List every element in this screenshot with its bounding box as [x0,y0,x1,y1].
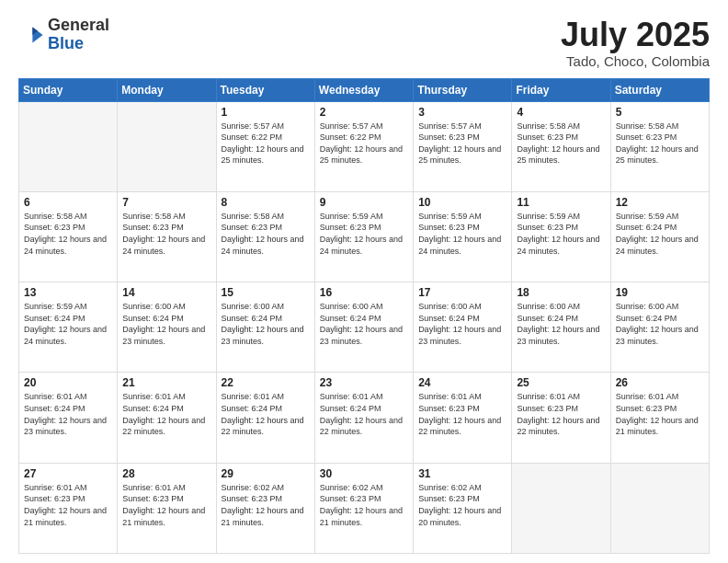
day-info: Sunrise: 6:01 AMSunset: 6:23 PMDaylight:… [616,391,704,437]
calendar-cell: 25Sunrise: 6:01 AMSunset: 6:23 PMDayligh… [512,373,610,463]
day-number: 23 [320,376,408,389]
day-info: Sunrise: 5:59 AMSunset: 6:23 PMDaylight:… [517,211,605,257]
day-number: 15 [222,286,310,299]
day-number: 4 [517,106,605,119]
day-number: 14 [122,286,210,299]
day-info: Sunrise: 6:01 AMSunset: 6:24 PMDaylight:… [222,391,310,437]
calendar-cell: 3Sunrise: 5:57 AMSunset: 6:23 PMDaylight… [414,101,512,191]
day-info: Sunrise: 5:57 AMSunset: 6:22 PMDaylight:… [222,121,310,167]
day-number: 12 [616,196,704,209]
day-number: 2 [320,106,408,119]
day-number: 3 [418,106,506,119]
day-number: 27 [24,467,112,480]
day-number: 22 [222,376,310,389]
day-info: Sunrise: 6:02 AMSunset: 6:23 PMDaylight:… [222,482,310,528]
calendar-cell [19,101,118,191]
day-number: 5 [616,106,704,119]
day-info: Sunrise: 6:00 AMSunset: 6:24 PMDaylight:… [222,301,310,347]
header: General Blue July 2025 Tado, Choco, Colo… [18,17,710,69]
calendar-body: 1Sunrise: 5:57 AMSunset: 6:22 PMDaylight… [19,101,710,553]
calendar-cell: 11Sunrise: 5:59 AMSunset: 6:23 PMDayligh… [512,191,610,282]
day-info: Sunrise: 5:59 AMSunset: 6:23 PMDaylight:… [320,211,408,257]
calendar-cell: 28Sunrise: 6:01 AMSunset: 6:23 PMDayligh… [118,463,216,553]
calendar-cell: 15Sunrise: 6:00 AMSunset: 6:24 PMDayligh… [216,282,314,373]
calendar-cell: 7Sunrise: 5:58 AMSunset: 6:23 PMDaylight… [118,191,216,282]
day-info: Sunrise: 6:01 AMSunset: 6:23 PMDaylight:… [24,482,112,528]
calendar-cell: 2Sunrise: 5:57 AMSunset: 6:22 PMDaylight… [314,101,413,191]
weekday-header-cell: Tuesday [216,78,314,101]
calendar-cell: 17Sunrise: 6:00 AMSunset: 6:24 PMDayligh… [414,282,512,373]
calendar-cell: 9Sunrise: 5:59 AMSunset: 6:23 PMDaylight… [314,191,413,282]
day-number: 7 [122,196,210,209]
calendar-cell: 31Sunrise: 6:02 AMSunset: 6:23 PMDayligh… [414,463,512,553]
calendar: SundayMondayTuesdayWednesdayThursdayFrid… [18,78,710,554]
day-number: 10 [418,196,506,209]
calendar-cell: 18Sunrise: 6:00 AMSunset: 6:24 PMDayligh… [512,282,610,373]
day-number: 8 [222,196,310,209]
day-number: 24 [418,376,506,389]
calendar-cell: 27Sunrise: 6:01 AMSunset: 6:23 PMDayligh… [19,463,118,553]
weekday-header-cell: Monday [118,78,216,101]
day-info: Sunrise: 6:00 AMSunset: 6:24 PMDaylight:… [418,301,506,347]
day-number: 13 [24,286,112,299]
day-number: 6 [24,196,112,209]
day-number: 11 [517,196,605,209]
day-info: Sunrise: 6:01 AMSunset: 6:24 PMDaylight:… [320,391,408,437]
day-info: Sunrise: 5:59 AMSunset: 6:24 PMDaylight:… [616,211,704,257]
calendar-cell: 4Sunrise: 5:58 AMSunset: 6:23 PMDaylight… [512,101,610,191]
calendar-cell: 26Sunrise: 6:01 AMSunset: 6:23 PMDayligh… [610,373,709,463]
day-info: Sunrise: 5:58 AMSunset: 6:23 PMDaylight:… [222,211,310,257]
day-info: Sunrise: 6:00 AMSunset: 6:24 PMDaylight:… [320,301,408,347]
day-info: Sunrise: 5:59 AMSunset: 6:24 PMDaylight:… [24,301,112,347]
weekday-header-cell: Wednesday [314,78,413,101]
calendar-cell: 21Sunrise: 6:01 AMSunset: 6:24 PMDayligh… [118,373,216,463]
title-month: July 2025 [561,17,710,53]
calendar-cell: 5Sunrise: 5:58 AMSunset: 6:23 PMDaylight… [610,101,709,191]
logo-icon [18,22,44,48]
title-block: July 2025 Tado, Choco, Colombia [561,17,710,69]
calendar-week: 27Sunrise: 6:01 AMSunset: 6:23 PMDayligh… [19,463,710,553]
day-number: 20 [24,376,112,389]
day-number: 26 [616,376,704,389]
calendar-cell [610,463,709,553]
logo-text: General Blue [48,17,109,53]
day-number: 1 [222,106,310,119]
day-info: Sunrise: 5:58 AMSunset: 6:23 PMDaylight:… [517,121,605,167]
day-number: 28 [122,467,210,480]
page: General Blue July 2025 Tado, Choco, Colo… [0,0,728,563]
day-info: Sunrise: 6:00 AMSunset: 6:24 PMDaylight:… [517,301,605,347]
day-info: Sunrise: 5:58 AMSunset: 6:23 PMDaylight:… [616,121,704,167]
day-info: Sunrise: 5:57 AMSunset: 6:22 PMDaylight:… [320,121,408,167]
day-number: 18 [517,286,605,299]
weekday-header-cell: Thursday [414,78,512,101]
calendar-cell: 23Sunrise: 6:01 AMSunset: 6:24 PMDayligh… [314,373,413,463]
weekday-header-cell: Saturday [610,78,709,101]
weekday-header: SundayMondayTuesdayWednesdayThursdayFrid… [19,78,710,101]
calendar-week: 20Sunrise: 6:01 AMSunset: 6:24 PMDayligh… [19,373,710,463]
day-info: Sunrise: 6:01 AMSunset: 6:23 PMDaylight:… [122,482,210,528]
day-info: Sunrise: 6:01 AMSunset: 6:24 PMDaylight:… [122,391,210,437]
logo-general: General [48,17,109,35]
logo: General Blue [18,17,109,53]
calendar-cell: 22Sunrise: 6:01 AMSunset: 6:24 PMDayligh… [216,373,314,463]
calendar-cell: 20Sunrise: 6:01 AMSunset: 6:24 PMDayligh… [19,373,118,463]
day-info: Sunrise: 6:01 AMSunset: 6:23 PMDaylight:… [418,391,506,437]
calendar-cell: 16Sunrise: 6:00 AMSunset: 6:24 PMDayligh… [314,282,413,373]
day-info: Sunrise: 6:01 AMSunset: 6:23 PMDaylight:… [517,391,605,437]
weekday-header-cell: Sunday [19,78,118,101]
day-number: 30 [320,467,408,480]
calendar-week: 1Sunrise: 5:57 AMSunset: 6:22 PMDaylight… [19,101,710,191]
day-number: 16 [320,286,408,299]
day-number: 25 [517,376,605,389]
day-info: Sunrise: 6:01 AMSunset: 6:24 PMDaylight:… [24,391,112,437]
calendar-cell: 12Sunrise: 5:59 AMSunset: 6:24 PMDayligh… [610,191,709,282]
calendar-week: 13Sunrise: 5:59 AMSunset: 6:24 PMDayligh… [19,282,710,373]
calendar-cell: 30Sunrise: 6:02 AMSunset: 6:23 PMDayligh… [314,463,413,553]
day-number: 29 [222,467,310,480]
day-info: Sunrise: 6:02 AMSunset: 6:23 PMDaylight:… [320,482,408,528]
calendar-cell: 10Sunrise: 5:59 AMSunset: 6:23 PMDayligh… [414,191,512,282]
weekday-header-cell: Friday [512,78,610,101]
calendar-cell: 29Sunrise: 6:02 AMSunset: 6:23 PMDayligh… [216,463,314,553]
day-number: 31 [418,467,506,480]
calendar-cell: 1Sunrise: 5:57 AMSunset: 6:22 PMDaylight… [216,101,314,191]
